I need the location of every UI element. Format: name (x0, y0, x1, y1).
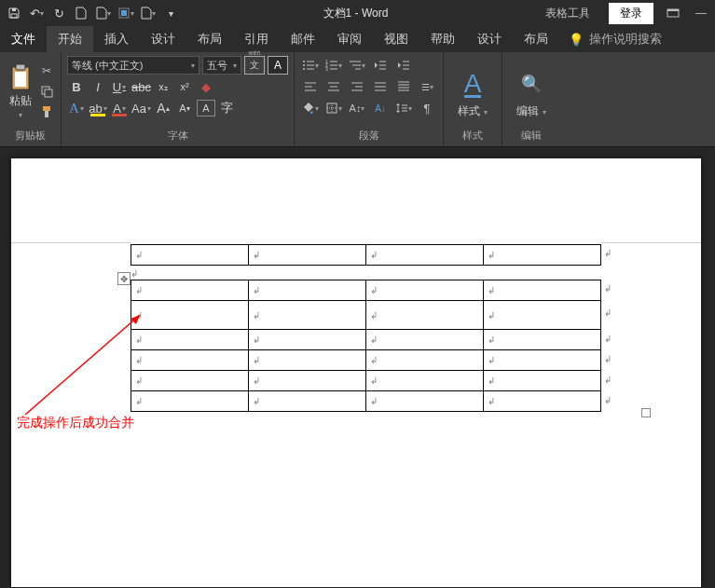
tell-me[interactable]: 💡 操作说明搜索 (559, 26, 671, 52)
char-shading-button[interactable]: 字 (218, 99, 237, 117)
row-end-mark: ↲ (604, 283, 612, 294)
table-tools-label: 表格工具 (532, 0, 603, 27)
line-spacing-button[interactable]: ▾ (393, 99, 414, 117)
font-name-combo[interactable]: 等线 (中文正文)▾ (67, 56, 199, 75)
format-painter-icon[interactable] (38, 103, 55, 120)
bold-button[interactable]: B (67, 77, 86, 96)
tab-mailings[interactable]: 邮件 (280, 26, 326, 52)
group-editing-label: 编辑 (508, 127, 555, 143)
sort-button[interactable]: A↓ (370, 99, 391, 117)
table-move-handle-icon[interactable]: ✥ (117, 272, 131, 285)
decrease-indent-button[interactable] (370, 56, 391, 75)
svg-point-13 (303, 61, 305, 62)
page[interactable]: ↲↲↲↲ ↲ ↲ ✥ ↲↲↲↲ ↲↲↲↲ ↲↲↲↲ ↲↲↲↲ ↲↲↲↲ ↲↲↲↲… (11, 158, 701, 587)
table-2[interactable]: ↲↲↲↲ ↲↲↲↲ ↲↲↲↲ ↲↲↲↲ ↲↲↲↲ ↲↲↲↲ (131, 280, 601, 412)
highlight-button[interactable]: ab▾ (89, 99, 107, 117)
find-icon[interactable]: 🔍 (521, 64, 542, 103)
group-styles: A 样式 ▾ 样式 (444, 52, 502, 146)
italic-button[interactable]: I (89, 77, 107, 96)
group-editing: 🔍 编辑 ▾ 编辑 (502, 52, 560, 146)
table-row-merged[interactable]: ↲↲↲↲ (131, 301, 601, 330)
editing-button-label[interactable]: 编辑 ▾ (516, 103, 545, 119)
row-end-mark: ↲ (604, 395, 612, 405)
font-color-button[interactable]: A▾ (110, 99, 129, 117)
shading-button[interactable]: ▾ (300, 99, 321, 117)
svg-rect-10 (45, 89, 52, 97)
group-paragraph: ▾ 123▾ ▾ ☰▾ ▾ ▾ A↕▾ (295, 52, 444, 146)
show-marks-button[interactable]: ¶ (417, 99, 437, 117)
bullets-button[interactable]: ▾ (300, 56, 321, 75)
table-row[interactable]: ↲↲↲↲ (131, 350, 601, 371)
underline-button[interactable]: U▾ (110, 77, 129, 96)
qat-customize-icon[interactable]: ▾ (162, 5, 179, 21)
minimize-icon[interactable]: — (687, 5, 715, 21)
table-row[interactable]: ↲↲↲↲ (131, 391, 601, 412)
justify-button[interactable] (370, 77, 391, 96)
table-1[interactable]: ↲↲↲↲ (131, 244, 601, 266)
tab-references[interactable]: 引用 (233, 26, 280, 52)
table-row[interactable]: ↲↲↲↲ (131, 330, 601, 350)
svg-rect-11 (43, 106, 50, 111)
multilevel-list-button[interactable]: ▾ (347, 56, 367, 75)
redo-icon[interactable]: ↻ (50, 5, 67, 21)
svg-rect-1 (12, 8, 16, 11)
table-row[interactable]: ↲↲↲↲ (131, 280, 601, 301)
asian-layout-button[interactable]: A↕▾ (347, 99, 367, 117)
paste-button[interactable]: 粘贴 ▾ (6, 56, 35, 127)
tab-table-design[interactable]: 设计 (466, 26, 513, 52)
enclose-char-button[interactable]: A (197, 100, 215, 116)
text-effects-button[interactable]: A▾ (67, 99, 86, 117)
table-row[interactable]: ↲↲↲↲ (131, 371, 601, 391)
styles-button-label[interactable]: 样式 ▾ (458, 103, 487, 119)
phonetic-guide-icon[interactable]: 文 (244, 56, 265, 75)
strikethrough-button[interactable]: abc (131, 77, 151, 96)
tab-table-layout[interactable]: 布局 (513, 26, 559, 52)
login-button[interactable]: 登录 (609, 3, 653, 24)
tab-insert[interactable]: 插入 (93, 26, 140, 52)
styles-icon[interactable]: A (464, 64, 482, 103)
group-font-label: 字体 (67, 127, 288, 143)
paste-icon (8, 63, 33, 91)
svg-line-57 (25, 315, 140, 415)
borders-button[interactable]: ▾ (323, 99, 344, 117)
new-doc-icon[interactable] (73, 5, 89, 21)
char-scaling-button[interactable]: ☰▾ (417, 77, 437, 96)
subscript-button[interactable]: x₂ (154, 77, 172, 96)
cut-icon[interactable]: ✂ (38, 62, 55, 79)
tab-help[interactable]: 帮助 (419, 26, 466, 52)
table-resize-handle-icon[interactable] (641, 408, 651, 417)
titlebar: ↶▾ ↻ ▾ ▾ ▾ ▾ 文档1 - Word 表格工具 登录 — (0, 0, 715, 26)
tab-review[interactable]: 审阅 (326, 26, 373, 52)
change-case-button[interactable]: Aa▾ (131, 99, 151, 117)
align-center-button[interactable] (323, 77, 344, 96)
font-size-combo[interactable]: 五号▾ (202, 56, 241, 75)
grow-font-button[interactable]: A▴ (154, 99, 172, 117)
tab-home[interactable]: 开始 (47, 26, 93, 52)
tell-me-label: 操作说明搜索 (589, 31, 662, 48)
distributed-button[interactable] (393, 77, 414, 96)
clear-formatting-icon[interactable]: ◆ (197, 77, 215, 96)
save-icon[interactable] (6, 5, 22, 21)
svg-point-15 (303, 64, 305, 66)
group-paragraph-label: 段落 (300, 127, 437, 143)
file-icon[interactable]: ▾ (117, 5, 134, 21)
superscript-button[interactable]: x² (175, 77, 194, 96)
table-row[interactable]: ↲↲↲↲ (131, 245, 601, 266)
align-right-button[interactable] (347, 77, 367, 96)
tab-file[interactable]: 文件 (0, 26, 47, 52)
tab-layout[interactable]: 布局 (186, 26, 233, 52)
numbering-button[interactable]: 123▾ (323, 56, 344, 75)
tab-design[interactable]: 设计 (140, 26, 186, 52)
character-border-icon[interactable]: A (268, 56, 288, 75)
shrink-font-button[interactable]: A▾ (175, 99, 194, 117)
increase-indent-button[interactable] (393, 56, 414, 75)
ruler-mark (11, 242, 131, 243)
undo-icon[interactable]: ↶▾ (28, 5, 45, 21)
tab-view[interactable]: 视图 (373, 26, 419, 52)
print-icon[interactable]: ▾ (140, 5, 157, 21)
copy-icon[interactable] (38, 83, 55, 100)
align-left-button[interactable] (300, 77, 321, 96)
new-from-template-icon[interactable]: ▾ (95, 5, 112, 21)
ribbon-display-icon[interactable] (659, 5, 687, 21)
group-clipboard: 粘贴 ▾ ✂ 剪贴板 (0, 52, 62, 146)
